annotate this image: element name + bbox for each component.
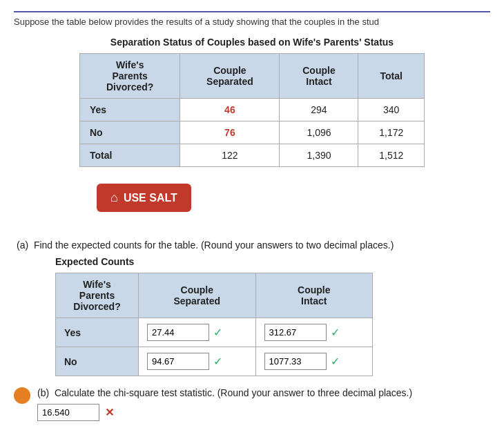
row-label: Total — [80, 144, 180, 167]
row-intact: 1,096 — [280, 121, 358, 144]
part-a-question: Find the expected counts for the table. … — [34, 240, 394, 251]
part-b-question-text: Calculate the chi-square test statistic.… — [55, 387, 412, 398]
exp-col-header-wives: Wife'sParentsDivorced? — [56, 273, 139, 318]
col-header-total: Total — [358, 54, 425, 99]
x-icon: ✕ — [105, 406, 114, 419]
col-header-intact: CoupleIntact — [280, 54, 358, 99]
row-label: Yes — [80, 99, 180, 121]
expected-row-label: Yes — [56, 318, 139, 347]
expected-counts-table: Wife'sParentsDivorced? CoupleSeparated C… — [55, 273, 373, 376]
main-table-title: Separation Status of Couples based on Wi… — [14, 37, 490, 48]
row-label: No — [80, 121, 180, 144]
part-a-letter: (a) — [17, 240, 28, 251]
part-b-section: (b) Calculate the chi-square test statis… — [14, 387, 490, 421]
expected-row: No✓✓ — [56, 347, 373, 376]
expected-row: Yes✓✓ — [56, 318, 373, 347]
part-b-content: (b) Calculate the chi-square test statis… — [37, 387, 490, 421]
expected-row-label: No — [56, 347, 139, 376]
expected-separated-input-0[interactable] — [147, 324, 209, 341]
row-total: 340 — [358, 99, 425, 121]
check-icon: ✓ — [331, 355, 340, 368]
expected-row-separated: ✓ — [139, 347, 256, 376]
expected-intact-input-0[interactable] — [264, 324, 327, 341]
table-row: Total1221,3901,512 — [80, 144, 425, 167]
row-total: 1,512 — [358, 144, 425, 167]
exp-col-header-intact: CoupleIntact — [255, 273, 373, 318]
table-row: Yes46294340 — [80, 99, 425, 121]
expected-row-separated: ✓ — [139, 318, 256, 347]
check-icon: ✓ — [213, 326, 222, 339]
expected-row-intact: ✓ — [255, 347, 373, 376]
part-b-input-row: ✕ — [37, 404, 490, 421]
main-data-table: Wife'sParentsDivorced? CoupleSeparated C… — [79, 53, 425, 167]
expected-counts-title: Expected Counts — [55, 256, 490, 267]
part-b-letter: (b) — [37, 387, 49, 398]
use-salt-button[interactable]: ⌂ USE SALT — [97, 184, 191, 212]
row-separated: 76 — [180, 121, 280, 144]
part-a-section: (a) Find the expected counts for the tab… — [17, 240, 490, 251]
part-b-question: (b) Calculate the chi-square test statis… — [37, 387, 490, 398]
expected-separated-input-1[interactable] — [147, 353, 209, 370]
check-icon: ✓ — [331, 326, 340, 339]
row-separated: 46 — [180, 99, 280, 121]
salt-button-label: USE SALT — [124, 192, 177, 204]
exp-col-header-separated: CoupleSeparated — [139, 273, 256, 318]
expected-intact-input-1[interactable] — [264, 353, 327, 370]
table-row: No761,0961,172 — [80, 121, 425, 144]
part-b-circle-icon — [14, 387, 30, 404]
col-header-wives: Wife'sParentsDivorced? — [80, 54, 180, 99]
row-intact: 1,390 — [280, 144, 358, 167]
salt-icon: ⌂ — [110, 191, 118, 205]
row-total: 1,172 — [358, 121, 425, 144]
check-icon: ✓ — [213, 355, 222, 368]
col-header-separated: CoupleSeparated — [180, 54, 280, 99]
chi-square-input[interactable] — [37, 404, 99, 421]
row-separated: 122 — [180, 144, 280, 167]
intro-text: Suppose the table below provides the res… — [14, 11, 490, 27]
expected-row-intact: ✓ — [255, 318, 373, 347]
row-intact: 294 — [280, 99, 358, 121]
